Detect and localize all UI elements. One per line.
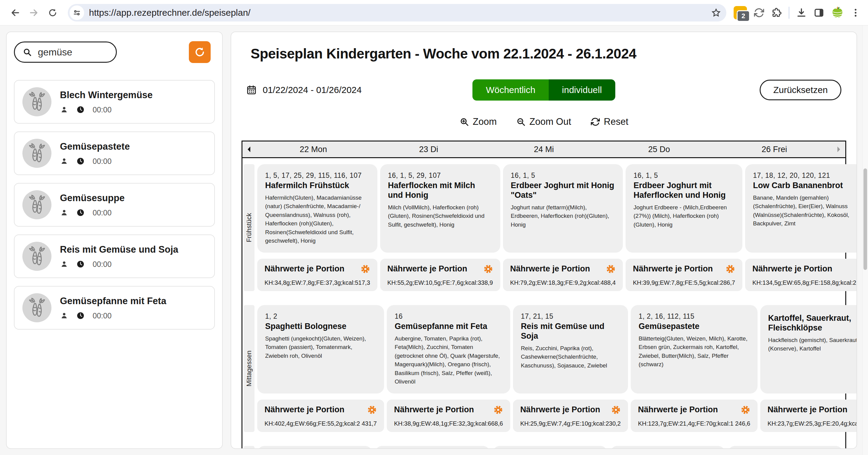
zoom-reset-button[interactable]: Reset xyxy=(590,116,628,127)
nutrition-card: Nährwerte je Portion KH:25,9g;EW:7,4g;FE… xyxy=(513,400,628,432)
meal-card[interactable]: 17, 21, 15 Reis mit Gemüse und Soja Reis… xyxy=(513,305,628,394)
meal-card[interactable]: Kartoffel, Sauerkraut, Fleischklöpse Hac… xyxy=(760,305,857,394)
recipe-search[interactable] xyxy=(14,41,117,63)
meal-card[interactable]: 16, 1, 5, 29, 107 Haferflocken mit Milch… xyxy=(380,164,500,253)
toggle-individual[interactable]: individuell xyxy=(549,79,615,101)
meal-card[interactable]: 16 Gemüsepfanne mit Feta Aubergine, Toma… xyxy=(387,305,510,394)
meal-card[interactable]: 16 Obstsalat klein Ananas, Banane, Apfel… xyxy=(375,446,490,449)
clock-icon xyxy=(76,157,85,165)
gear-icon[interactable] xyxy=(493,405,503,415)
back-button[interactable] xyxy=(7,5,23,21)
extension-button[interactable]: 2 xyxy=(734,6,747,19)
bookmark-button[interactable] xyxy=(709,5,723,20)
recipe-card[interactable]: Gemüsesuppe 00:00 xyxy=(14,183,215,227)
meal-card[interactable]: 16, 1, 5 Erdbeer Joghurt mit Haferflocke… xyxy=(626,164,742,253)
gear-icon[interactable] xyxy=(361,264,370,274)
meal-ingredients: Aubergine, Tomaten, Paprika (rot), Feta(… xyxy=(395,335,502,386)
extensions-puzzle-icon[interactable] xyxy=(771,7,782,18)
meal-title: Low Carb Bananenbrot xyxy=(753,181,857,191)
side-panel-icon[interactable] xyxy=(813,7,825,18)
gear-icon[interactable] xyxy=(367,405,377,415)
row-label xyxy=(244,446,254,449)
next-week-button[interactable] xyxy=(832,145,845,153)
url-text[interactable]: https://app.rezeptrechner.de/speiseplan/ xyxy=(89,7,709,18)
allergen-numbers: 16 xyxy=(395,312,502,320)
gear-icon[interactable] xyxy=(606,264,616,274)
meal-title: Reis mit Gemüse und Soja xyxy=(521,322,620,341)
download-icon[interactable] xyxy=(796,7,807,18)
prev-week-button[interactable] xyxy=(242,145,256,153)
gear-icon[interactable] xyxy=(483,264,493,274)
recipe-card[interactable]: Blech Wintergemüse 00:00 xyxy=(14,80,215,123)
date-range-picker[interactable]: 01/22/2024 - 01/26/2024 xyxy=(246,85,472,95)
person-icon xyxy=(60,260,68,268)
reset-plan-button[interactable]: Zurücksetzen xyxy=(760,80,841,100)
nutrition-label: Nährwerte je Portion xyxy=(633,264,713,274)
meal-card[interactable]: 1, 5, 17, 25, 29, 115, 116, 107 Hafermil… xyxy=(257,164,377,253)
meal-card[interactable]: 1, 2, 16, 12, 115, 120, 121 Kekse mit Nu… xyxy=(610,446,725,449)
meal-card[interactable]: 16, 1, 5 Erdbeer Joghurt mit Honig "Oats… xyxy=(503,164,623,253)
nutrition-label: Nährwerte je Portion xyxy=(752,264,832,274)
gear-icon[interactable] xyxy=(741,405,750,415)
meal-card[interactable]: 12, 17, 18, 16, 20, 110, 115 Karottenkuc… xyxy=(493,446,608,449)
allergen-numbers: 16, 1, 5 xyxy=(633,171,735,180)
bookmark-star-icon xyxy=(711,8,721,18)
recipe-title: Gemüsesuppe xyxy=(60,193,125,204)
recipe-card[interactable]: Gemüsepfanne mit Feta 00:00 xyxy=(14,286,215,330)
nutrition-values: KH:34,8g;EW:7,8g;FE:37,3g;kcal:517,3 xyxy=(265,279,370,286)
extension-badge: 2 xyxy=(737,10,750,22)
meal-card[interactable]: 1, 2, 16, 112, 115 Gemüsepastete Blätter… xyxy=(631,305,757,394)
recipe-title: Reis mit Gemüse und Soja xyxy=(60,244,178,255)
gear-icon[interactable] xyxy=(611,405,621,415)
allergen-numbers: 17, 18, 12, 20, 120, 121 xyxy=(753,171,857,180)
person-icon xyxy=(60,311,68,320)
next-arrow-icon xyxy=(834,145,843,153)
nutrition-label: Nährwerte je Portion xyxy=(638,405,718,415)
site-info-button[interactable] xyxy=(70,5,84,20)
gear-icon[interactable] xyxy=(725,264,735,274)
day-header: 25 Do xyxy=(601,145,717,154)
recipe-time: 00:00 xyxy=(93,311,112,320)
day-header-row: 22 Mon 23 Di 24 Mi 25 Do 26 Frei xyxy=(242,141,846,158)
meal-plan-table: 22 Mon 23 Di 24 Mi 25 Do 26 Frei Frühstü… xyxy=(242,141,846,449)
recycle-extension-icon[interactable] xyxy=(753,7,765,18)
allergen-numbers: 16, 1, 5 xyxy=(511,171,615,180)
refresh-recipes-button[interactable] xyxy=(189,41,211,63)
nutrition-card: Nährwerte je Portion KH:402,4g;EW:66g;FE… xyxy=(257,400,384,432)
app-logo-icon[interactable] xyxy=(831,6,844,19)
search-input[interactable] xyxy=(37,46,105,58)
nutrition-card: Nährwerte je Portion KH:134,5g;EW:65,8g;… xyxy=(745,259,857,291)
recipe-title: Gemüsepastete xyxy=(60,141,130,152)
allergen-numbers: 16, 1, 5, 29, 107 xyxy=(388,171,492,180)
recipe-card[interactable]: Gemüsepastete 00:00 xyxy=(14,132,215,175)
page-scrollbar[interactable] xyxy=(862,25,868,455)
meal-plan-panel: Speiseplan Kindergarten - Woche vom 22.1… xyxy=(230,31,857,449)
menu-kebab-icon[interactable] xyxy=(850,7,861,18)
page-content: Blech Wintergemüse 00:00 Gemüsepastete 0 xyxy=(0,25,868,449)
meal-card[interactable]: 1, 5, 17, 18, 29, 28, 107 Müsli Riegel v… xyxy=(728,446,843,449)
forward-button[interactable] xyxy=(26,5,42,21)
day-header: 23 Di xyxy=(371,145,486,154)
nutrition-card: Nährwerte je Portion KH:79,2g;EW:18,3g;F… xyxy=(503,259,623,291)
view-toggle: Wöchentlich individuell xyxy=(472,79,615,101)
reload-button[interactable] xyxy=(45,5,61,21)
zoom-out-button[interactable]: Zoom Out xyxy=(516,116,571,127)
allergen-numbers: 1, 2 xyxy=(265,312,376,320)
meal-card[interactable]: 1, 2 Spaghetti Bolognese Spaghetti (unge… xyxy=(257,305,384,394)
recipe-card[interactable]: Reis mit Gemüse und Soja 00:00 xyxy=(14,234,215,278)
meal-card[interactable]: 17, 18, 12, 20, 120, 121 Low Carb Banane… xyxy=(745,164,857,253)
reset-arrows-icon xyxy=(590,117,600,126)
recipe-time: 00:00 xyxy=(93,208,112,217)
scrollbar-thumb[interactable] xyxy=(864,168,867,270)
nutrition-values: KH:23,7g;EW:25,3g;FE:20,4g;kcal:395,5 xyxy=(768,420,857,427)
calendar-icon xyxy=(246,85,257,95)
zoom-in-button[interactable]: Zoom xyxy=(459,116,497,127)
address-bar[interactable]: https://app.rezeptrechner.de/speiseplan/ xyxy=(68,4,726,22)
clock-icon xyxy=(76,311,85,320)
nutrition-values: KH:38,9g;EW:48,1g;FE:32,3g;kcal:668,6 xyxy=(394,420,503,427)
toggle-weekly[interactable]: Wöchentlich xyxy=(472,79,549,101)
toolbar-actions: 2 xyxy=(734,6,861,19)
date-range-text: 01/22/2024 - 01/26/2024 xyxy=(263,85,362,95)
meal-row-breakfast: Frühstück 1, 5, 17, 25, 29, 115, 116, 10… xyxy=(244,164,843,291)
meal-card[interactable]: 16, 17, 25 Gesunder Snack Hüttenkäse(Mil… xyxy=(257,446,372,449)
